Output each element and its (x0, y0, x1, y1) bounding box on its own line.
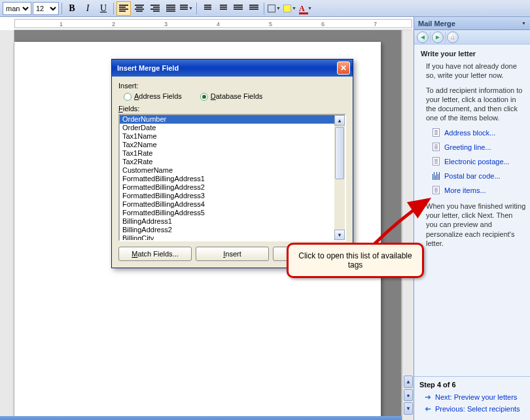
address-block-link[interactable]: Address block... (431, 128, 526, 137)
list-item[interactable]: FormattedBillingAddress1 (120, 175, 334, 183)
document-icon (431, 157, 440, 166)
match-fields-button[interactable]: Match Fields... (118, 247, 192, 261)
decrease-indent-button[interactable] (231, 1, 245, 16)
task-pane-title: Mail Merge (418, 20, 521, 27)
document-icon (431, 186, 440, 195)
pane-heading: Write your letter (421, 50, 526, 58)
list-item[interactable]: BillingCity (120, 234, 334, 240)
pane-paragraph-1: If you have not already done so, write y… (421, 61, 526, 80)
dialog-title: Insert Merge Field (117, 64, 337, 72)
task-pane-header: Mail Merge ▼ (414, 17, 530, 30)
scroll-down-button[interactable]: ▼ (334, 230, 345, 240)
list-item[interactable]: Tax2Name (120, 141, 334, 149)
italic-button[interactable]: I (80, 1, 95, 16)
font-color-button[interactable]: A▼ (298, 1, 313, 16)
wizard-next-link[interactable]: ➜ Next: Preview your letters (425, 393, 525, 402)
list-item[interactable]: FormattedBillingAddress3 (120, 192, 334, 200)
list-item[interactable]: BillingAddress1 (120, 217, 334, 226)
nav-back-button[interactable]: ◄ (417, 31, 429, 43)
scroll-thumb[interactable] (335, 127, 344, 179)
address-fields-radio[interactable]: Address Fields (124, 92, 182, 101)
browse-select-button[interactable]: ● (404, 389, 413, 402)
list-item[interactable]: FormattedBillingAddress5 (120, 209, 334, 217)
wizard-step-footer: Step 4 of 6 ➜ Next: Preview your letters… (414, 376, 530, 420)
task-pane-menu-icon[interactable]: ▼ (521, 21, 526, 26)
browse-prev-button[interactable]: ▲ (404, 376, 413, 388)
align-justify-button[interactable] (164, 1, 178, 16)
font-name-combo[interactable]: man (3, 2, 31, 15)
document-icon (431, 143, 440, 152)
list-item[interactable]: BillingAddress2 (120, 226, 334, 234)
nav-forward-button[interactable]: ► (432, 31, 444, 43)
align-left-button[interactable] (116, 1, 131, 16)
tutorial-callout: Click to open this list of available tag… (287, 243, 424, 278)
increase-indent-button[interactable] (247, 1, 261, 16)
more-items-link[interactable]: More items... (431, 186, 526, 195)
arrow-right-icon: ➜ (425, 393, 431, 402)
list-item[interactable]: FormattedBillingAddress2 (120, 183, 334, 192)
link-label: Next: Preview your letters (435, 393, 517, 401)
browse-next-button[interactable]: ▼ (404, 402, 413, 415)
pane-paragraph-3: When you have finished writing your lett… (421, 201, 526, 248)
barcode-icon (431, 171, 440, 181)
fields-listbox[interactable]: OrderNumberOrderDateTax1NameTax2NameTax1… (118, 114, 346, 241)
pane-links: Address block... Greeting line... Electr… (431, 128, 526, 195)
callout-text: Click to open this list of available tag… (298, 251, 412, 270)
link-label: Address block... (444, 129, 495, 137)
listbox-scrollbar[interactable]: ▲ ▼ (334, 115, 345, 240)
dialog-close-button[interactable]: ✕ (337, 61, 350, 75)
borders-button[interactable]: ▼ (267, 1, 281, 16)
insert-radio-group: Address Fields Database Fields (118, 91, 346, 105)
vertical-ruler (0, 30, 14, 420)
underline-button[interactable]: U (96, 1, 111, 16)
dialog-titlebar[interactable]: Insert Merge Field ✕ (112, 60, 353, 77)
bulleted-list-button[interactable] (215, 1, 230, 16)
greeting-line-link[interactable]: Greeting line... (431, 143, 526, 152)
wizard-prev-link[interactable]: ➜ Previous: Select recipients (425, 404, 525, 413)
electronic-postage-link[interactable]: Electronic postage... (431, 157, 526, 166)
task-pane-nav: ◄ ► ⌂ (414, 30, 530, 44)
browse-object-column: ▲ ● ▼ (402, 30, 414, 420)
fields-label: Fields: (118, 105, 346, 113)
horizontal-ruler: 1 2 3 4 5 6 7 (14, 17, 412, 30)
insert-label: Insert: (118, 82, 346, 90)
font-size-combo[interactable]: 12 (33, 2, 59, 15)
list-item[interactable]: FormattedBillingAddress4 (120, 200, 334, 209)
pane-paragraph-2: To add recipient information to your let… (421, 86, 526, 123)
step-label: Step 4 of 6 (419, 381, 525, 389)
link-label: Greeting line... (444, 143, 491, 151)
link-label: More items... (444, 186, 486, 194)
document-icon (431, 128, 440, 137)
align-center-button[interactable] (132, 1, 147, 16)
insert-button[interactable]: Insert (196, 247, 269, 261)
bold-button[interactable]: B (65, 1, 79, 16)
list-item[interactable]: OrderNumber (120, 115, 334, 124)
list-item[interactable]: Tax1Name (120, 132, 334, 141)
highlight-button[interactable]: ▼ (283, 1, 297, 16)
numbered-list-button[interactable] (200, 1, 214, 16)
line-spacing-button[interactable]: ▼ (179, 1, 194, 16)
list-item[interactable]: OrderDate (120, 124, 334, 132)
link-label: Postal bar code... (444, 172, 501, 180)
formatting-toolbar: man 12 B I U ▼ ▼ ▼ A▼ (0, 0, 530, 17)
arrow-left-icon: ➜ (425, 404, 431, 413)
link-label: Previous: Select recipients (435, 405, 520, 413)
scroll-up-button[interactable]: ▲ (334, 115, 345, 126)
insert-merge-field-dialog: Insert Merge Field ✕ Insert: Address Fie… (111, 59, 353, 268)
postal-bar-code-link[interactable]: Postal bar code... (431, 171, 526, 181)
list-item[interactable]: Tax2Rate (120, 158, 334, 166)
nav-home-button[interactable]: ⌂ (447, 31, 459, 43)
list-item[interactable]: Tax1Rate (120, 149, 334, 158)
align-right-button[interactable] (148, 1, 162, 16)
link-label: Electronic postage... (444, 158, 510, 166)
list-item[interactable]: CustomerName (120, 166, 334, 175)
database-fields-radio[interactable]: Database Fields (200, 92, 263, 101)
mail-merge-task-pane: Mail Merge ▼ ◄ ► ⌂ Write your letter If … (414, 17, 530, 420)
